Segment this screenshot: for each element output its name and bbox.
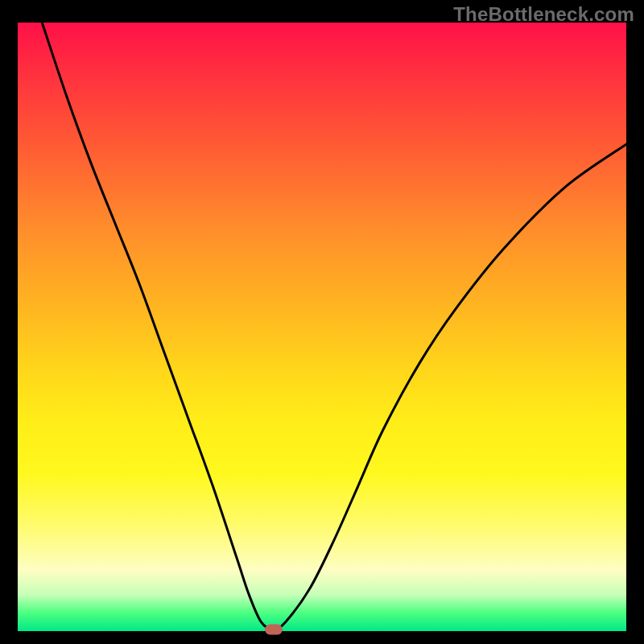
plot-area xyxy=(18,23,626,631)
bottleneck-curve xyxy=(42,23,626,630)
minimum-marker xyxy=(265,624,283,634)
chart-frame: TheBottleneck.com xyxy=(0,0,644,644)
curve-svg xyxy=(18,23,626,631)
